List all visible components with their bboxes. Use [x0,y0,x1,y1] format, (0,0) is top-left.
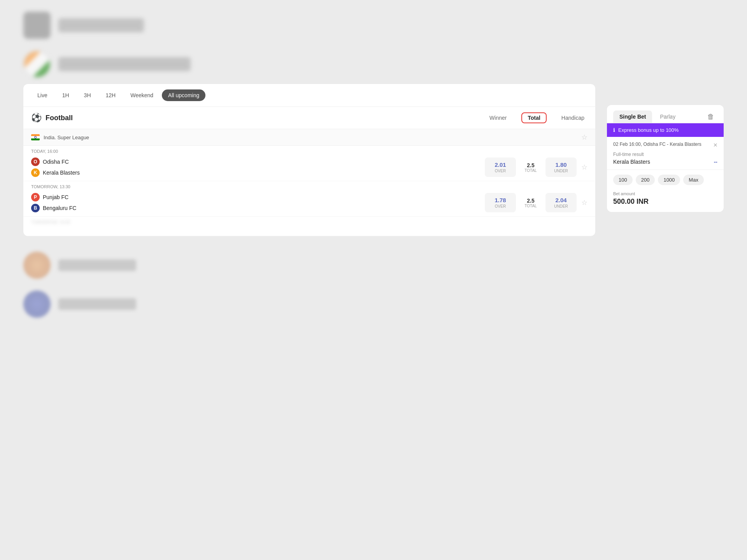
bet-amount-section: Bet amount 500.00 INR [607,190,724,212]
clear-bet-slip-button[interactable]: 🗑 [704,111,717,122]
tab-all-upcoming[interactable]: All upcoming [162,89,205,101]
blurred-league-icon-1 [23,252,51,279]
market-tabs: Winner Total Handicap [486,112,587,123]
match-row-2: TOMORROW, 13:30 P Punjab FC B Bengaluru … [23,181,595,217]
sport-icon: ⚽ [31,113,42,123]
match-favorite-btn-2[interactable]: ☆ [581,198,587,207]
team-row-kerala: K Kerala Blasters [31,168,480,177]
over-odds-label-2: OVER [495,204,506,208]
odisha-fc-logo: O [31,158,40,166]
sport-title-area: ⚽ Football [31,113,73,123]
under-odds-label-2: UNDER [554,204,568,208]
filter-tabs-bar: Live 1H 3H 12H Weekend All upcoming [23,84,595,107]
blurred-league-name [58,57,191,71]
sport-section: ⚽ Football Winner Total Handicap [23,107,595,236]
main-content: Live 1H 3H 12H Weekend All upcoming ⚽ Fo… [23,84,724,236]
team-row-odisha: O Odisha FC [31,158,480,166]
teams-col-1: O Odisha FC K Kerala Blasters [31,158,480,177]
blurred-sport-icon [23,12,51,39]
under-odds-label-1: UNDER [554,169,568,173]
bet-slip-panel: Single Bet Parlay 🗑 ℹ Express bonus up t… [607,105,724,212]
bet-event-card: 02 Feb 16:00, Odisha FC - Kerala Blaster… [607,137,724,170]
over-odds-value-1: 2.01 [494,161,506,168]
over-odds-btn-1[interactable]: 2.01 OVER [485,158,516,177]
amount-btn-200[interactable]: 200 [636,175,655,185]
teams-col-2: P Punjab FC B Bengaluru FC [31,193,480,212]
match-time-3: TOMORROW, 16:00 [31,217,587,226]
total-text-1: TOTAL [519,168,542,173]
bet-event-time: 02 Feb 16:00, Odisha FC - Kerala Blaster… [613,142,701,147]
match-details-2: P Punjab FC B Bengaluru FC 1.78 OV [31,191,587,216]
blurred-league-row-2 [23,290,724,318]
team-name-bengaluru: Bengaluru FC [43,205,76,211]
market-winner[interactable]: Winner [486,113,510,122]
team-row-bengaluru: B Bengaluru FC [31,204,480,212]
total-text-2: TOTAL [519,204,542,208]
blurred-top-league [23,51,724,78]
amount-btn-100[interactable]: 100 [613,175,633,185]
blurred-top-sport [23,12,724,39]
tab-live[interactable]: Live [31,89,54,101]
punjab-fc-logo: P [31,193,40,201]
bet-selection-row: Kerala Blasters -- [613,159,717,165]
tab-12h[interactable]: 12H [100,89,122,101]
match-time-1: TODAY, 16:00 [31,146,587,155]
total-display-1: 2.5 TOTAL [519,162,542,173]
bet-odds-value: -- [714,159,717,165]
bengaluru-fc-logo: B [31,204,40,212]
amount-btn-1000[interactable]: 1000 [658,175,680,185]
league-header: India. Super League ☆ [23,129,595,146]
total-number-1: 2.5 [519,162,542,168]
match-row-1: TODAY, 16:00 O Odisha FC K Kerala Blaste… [23,146,595,181]
market-total[interactable]: Total [521,112,546,123]
total-display-2: 2.5 TOTAL [519,198,542,208]
info-icon: ℹ [613,127,615,133]
under-odds-value-1: 1.80 [555,161,566,168]
bet-event-header: 02 Feb 16:00, Odisha FC - Kerala Blaster… [613,142,717,149]
blurred-sport-title [58,18,144,32]
bet-selection-value: Kerala Blasters [613,159,650,165]
sport-title: Football [46,114,73,122]
express-bonus-banner: ℹ Express bonus up to 100% [607,123,724,137]
under-odds-btn-2[interactable]: 2.04 UNDER [545,193,577,212]
match-favorite-btn-1[interactable]: ☆ [581,163,587,172]
over-odds-btn-2[interactable]: 1.78 OVER [485,193,516,212]
league-info: India. Super League [31,134,89,140]
india-flag-icon [31,134,40,140]
quick-amount-buttons: 100 200 1000 Max [607,170,724,190]
over-odds-label-1: OVER [495,169,506,173]
over-odds-value-2: 1.78 [494,197,506,203]
match-row-3: TOMORROW, 16:00 [23,217,595,236]
tab-1h[interactable]: 1H [56,89,75,101]
tab-weekend[interactable]: Weekend [124,89,160,101]
team-name-odisha: Odisha FC [43,159,69,165]
blurred-league-text-1 [58,259,136,271]
blurred-league-text-2 [58,298,136,310]
under-odds-value-2: 2.04 [555,197,566,203]
league-favorite-button[interactable]: ☆ [581,133,587,142]
tab-3h[interactable]: 3H [78,89,97,101]
express-bonus-text: Express bonus up to 100% [618,127,679,133]
total-number-2: 2.5 [519,198,542,204]
blurred-league-flag [23,51,51,78]
under-odds-btn-1[interactable]: 1.80 UNDER [545,158,577,177]
match-time-2: TOMORROW, 13:30 [31,181,587,191]
blurred-league-row-1 [23,252,724,279]
odds-group-2: 1.78 OVER 2.5 TOTAL 2.04 UNDER [485,193,577,212]
tab-single-bet[interactable]: Single Bet [613,110,652,123]
sport-header: ⚽ Football Winner Total Handicap [23,107,595,129]
market-handicap[interactable]: Handicap [558,113,587,122]
amount-btn-max[interactable]: Max [683,175,704,185]
tab-parlay[interactable]: Parlay [654,110,682,123]
match-details-1: O Odisha FC K Kerala Blasters 2.01 [31,155,587,181]
blurred-bottom-sections [23,252,724,329]
team-name-punjab: Punjab FC [43,194,68,200]
team-row-punjab: P Punjab FC [31,193,480,201]
blurred-league-icon-2 [23,290,51,318]
bet-slip-tabs-bar: Single Bet Parlay 🗑 [607,105,724,123]
league-name: India. Super League [44,135,89,140]
bet-market-label: Full-time result [613,152,717,157]
kerala-blasters-logo: K [31,168,40,177]
bet-amount-label: Bet amount [613,191,717,196]
remove-bet-button[interactable]: × [713,142,717,149]
